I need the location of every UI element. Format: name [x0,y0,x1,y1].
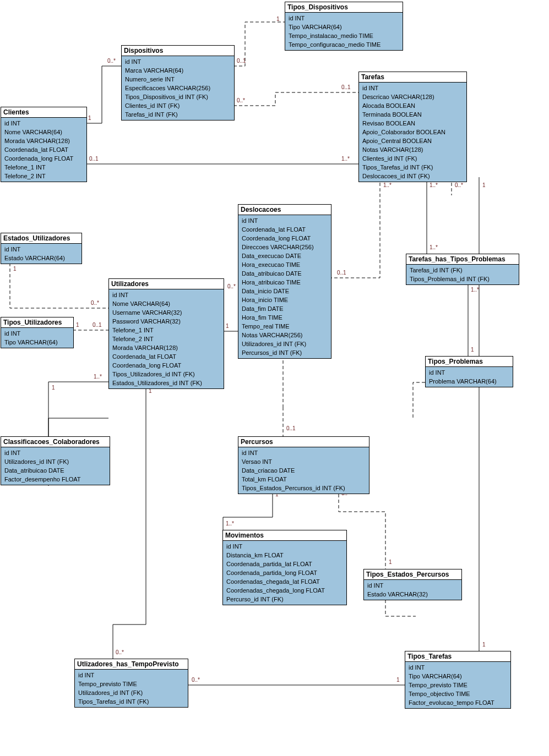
entity-attr: Data_fim DATE [238,304,331,313]
entity-title: Tipos_Estados_Percursos [364,569,461,580]
entity-attr: Data_atribuicao DATE [1,466,110,475]
entity-attr: Utilizadores_id INT (FK) [1,457,110,466]
relationship-line [10,263,108,308]
entity-attr: Hora_atribuicao TIME [238,278,331,287]
entity-util_has_tempo[interactable]: Utlizadores_has_TempoPrevistoid INTTempo… [74,659,188,708]
entity-deslocacoes[interactable]: Deslocacoesid INTCoordenada_lat FLOATCoo… [238,204,331,359]
entity-attr: Estado VARCHAR(64) [1,254,81,262]
entity-attr-list: id INTProblema VARCHAR(64) [426,367,513,387]
entity-attr: Apoio_Central BOOLEAN [359,136,466,145]
entity-clientes[interactable]: Clientesid INTNome VARCHAR(64)Morada VAR… [1,107,87,182]
entity-attr-list: Tarefas_id INT (FK)Tipos_Problemas_id IN… [406,265,519,284]
entity-attr: Total_km FLOAT [238,475,369,484]
entity-attr: Tipo VARCHAR(64) [285,23,403,31]
entity-attr: Factor_desempenho FLOAT [1,475,110,484]
entity-attr: id INT [1,448,110,457]
cardinality-label: 0..1 [337,270,346,276]
entity-movimentos[interactable]: Movimentosid INTDistancia_km FLOATCoorde… [222,530,347,605]
entity-title: Tipos_Tarefas [405,651,510,662]
entity-tipos_estados_p[interactable]: Tipos_Estados_Percursosid INTEstado VARC… [363,569,462,600]
entity-percursos[interactable]: Percursosid INTVersao INTData_criacao DA… [238,436,369,494]
entity-attr: Coordenada_long FLOAT [238,234,331,243]
entity-attr: id INT [405,663,510,672]
cardinality-label: 1..* [94,374,102,380]
entity-title: Tipos_Utilizadores [1,317,73,328]
entity-attr-list: id INTUtilizadores_id INT (FK)Data_atrib… [1,447,110,485]
cardinality-label: 1..* [430,244,438,250]
entity-attr: Tipo VARCHAR(64) [1,338,73,347]
entity-attr: Data_execucao DATE [238,251,331,260]
entity-tipos_dispositivos[interactable]: Tipos_Dispositivosid INTTipo VARCHAR(64)… [285,2,403,51]
entity-attr: Revisao BOOLEAN [359,119,466,128]
entity-estados_utilizadores[interactable]: Estados_Utilizadoresid INTEstado VARCHAR… [1,233,82,264]
entity-attr: Tipos_Tarefas_id INT (FK) [75,697,188,706]
entity-attr: Tipos_Problemas_id INT (FK) [406,275,519,283]
entity-attr: Data_criacao DATE [238,466,369,475]
cardinality-label: 0..1 [286,425,296,431]
entity-attr: Tempo_real TIME [238,322,331,331]
relationship-line [330,177,380,278]
entity-attr: id INT [426,368,513,377]
entity-attr: Data_atribuicao DATE [238,269,331,278]
entity-title: Dispositivos [122,46,234,56]
entity-dispositivos[interactable]: Dispositivosid INTMarca VARCHAR(64)Numer… [121,45,235,120]
cardinality-label: 1 [76,322,79,328]
entity-attr: Utilizadores_id INT (FK) [238,339,331,348]
entity-attr: Tipos_Tarefas_id INT (FK) [359,163,466,172]
entity-attr: Marca VARCHAR(64) [122,66,234,75]
entity-attr: Username VARCHAR(32) [109,308,224,317]
entity-attr: Morada VARCHAR(128) [109,343,224,352]
entity-attr-list: id INTTipo VARCHAR(64)Tempo_previsto TIM… [405,662,510,708]
cardinality-label: 0..1 [89,156,99,162]
entity-attr: Tempo_configuracao_medio TIME [285,40,403,49]
cardinality-label: 1 [276,16,280,22]
entity-attr: Notas VARCHAR(256) [238,331,331,339]
entity-attr: Problema VARCHAR(64) [426,377,513,386]
cardinality-label: 1 [471,347,474,353]
entity-title: Deslocacoes [238,205,331,215]
entity-attr: Direccoes VARCHAR(256) [238,243,331,251]
entity-attr: Coordenada_long FLOAT [1,154,86,163]
entity-attr: Descricao VARCHAR(128) [359,92,466,101]
cardinality-label: 0..* [116,649,124,655]
entity-attr: Percurso_id INT (FK) [223,595,346,604]
entity-attr: Coordenada_partida_long FLOAT [223,568,346,577]
entity-tipos_problemas[interactable]: Tipos_Problemasid INTProblema VARCHAR(64… [425,356,513,387]
entity-title: Classificacoes_Colaboradores [1,437,110,447]
entity-attr: Clientes_id INT (FK) [122,101,234,110]
entity-utilizadores[interactable]: Utilizadoresid INTNome VARCHAR(64)Userna… [108,278,224,389]
entity-attr: Hora_execucao TIME [238,260,331,269]
cardinality-label: 1 [13,266,17,272]
entity-attr: Coordenada_long FLOAT [109,361,224,370]
entity-attr: Nome VARCHAR(64) [1,128,86,136]
entity-attr-list: id INTDescricao VARCHAR(128)Alocada BOOL… [359,83,466,182]
entity-attr: Coordenadas_chegada_long FLOAT [223,586,346,595]
entity-attr: Coordenada_lat FLOAT [1,145,86,154]
entity-attr: Hora_fim TIME [238,313,331,322]
entity-attr: Hora_inicio TIME [238,295,331,304]
entity-attr: Coordenadas_chegada_lat FLOAT [223,577,346,586]
entity-tipos_tarefas[interactable]: Tipos_Tarefasid INTTipo VARCHAR(64)Tempo… [405,651,511,709]
entity-attr: Deslocacoes_id INT (FK) [359,172,466,180]
relationship-line [223,489,273,530]
cardinality-label: 0..1 [93,322,102,328]
entity-attr: Coordenada_lat FLOAT [238,225,331,234]
entity-attr: Tarefas_id INT (FK) [122,110,234,119]
entity-classificacoes[interactable]: Classificacoes_Colaboradoresid INTUtiliz… [1,436,110,485]
entity-title: Movimentos [223,530,346,541]
cardinality-label: 0..* [455,182,463,188]
entity-attr: Tempo_previsto TIME [405,681,510,689]
entity-attr: Telefone_1 INT [1,163,86,172]
entity-attr: Telefone_2 INT [109,335,224,343]
entity-attr: Tempo_instalacao_medio TIME [285,31,403,40]
entity-attr: Nome VARCHAR(64) [109,299,224,308]
entity-tipos_utilizadores[interactable]: Tipos_Utilizadoresid INTTipo VARCHAR(64) [1,317,74,348]
cardinality-label: 1 [88,115,91,121]
entity-attr: id INT [238,216,331,225]
entity-tarefas_has_tp[interactable]: Tarefas_has_Tipos_ProblemasTarefas_id IN… [406,254,519,285]
entity-attr: Especificacoes VARCHAR(256) [122,84,234,92]
entity-attr: id INT [109,291,224,299]
relationship-line [385,600,416,616]
cardinality-label: 1..* [226,521,234,527]
entity-tarefas[interactable]: Tarefasid INTDescricao VARCHAR(128)Aloca… [358,72,467,182]
